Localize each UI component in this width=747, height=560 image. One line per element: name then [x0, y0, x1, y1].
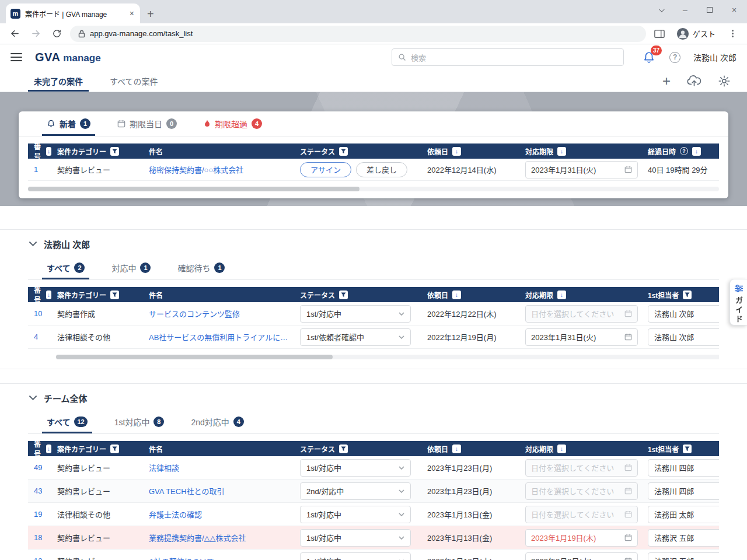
profile-chip[interactable]: ゲスト: [673, 26, 719, 41]
status-select[interactable]: 2nd/対応中: [300, 482, 411, 500]
due-date-input[interactable]: 日付を選択してください: [525, 482, 638, 500]
case-number-link[interactable]: 1: [34, 165, 38, 174]
assignee-input[interactable]: 法務山 次郎: [648, 305, 719, 323]
assignee-input[interactable]: 法務田 太郎: [648, 506, 719, 523]
status-select[interactable]: 1st/対応中: [300, 459, 411, 477]
profile-label: ゲスト: [693, 28, 715, 39]
user-menu[interactable]: 法務山 次郎: [693, 51, 736, 63]
case-title-link[interactable]: 秘密保持契約書/○○株式会社: [149, 164, 243, 175]
status-select[interactable]: 1st/対応中: [300, 552, 411, 560]
status-select[interactable]: 1st/対応中: [300, 305, 411, 323]
case-number-link[interactable]: 4: [34, 332, 38, 341]
status-select[interactable]: 1st/対応中: [300, 529, 411, 547]
sort-icon[interactable]: ↓: [452, 290, 461, 299]
assignee-input[interactable]: 法務川 四郎: [648, 482, 719, 500]
status-select[interactable]: 1st/対応中: [300, 506, 411, 523]
minimize-button[interactable]: –: [680, 5, 690, 15]
url-bar[interactable]: app.gva-manage.com/task_list: [70, 26, 646, 42]
close-button[interactable]: ×: [729, 5, 739, 15]
sort-icon[interactable]: ↓: [692, 147, 701, 156]
sort-icon[interactable]: ↓: [557, 290, 566, 299]
filter-icon[interactable]: [683, 444, 692, 453]
tab-2nd-in-progress[interactable]: 2nd対応中 4: [186, 410, 248, 433]
filter-icon[interactable]: [339, 444, 348, 453]
new-tab-button[interactable]: +: [147, 8, 154, 20]
scrollbar-thumb[interactable]: [56, 355, 333, 359]
tab-overdue[interactable]: 期限超過 4: [199, 111, 267, 136]
due-date-input[interactable]: 2023年1月31日(火): [525, 161, 638, 178]
tab-all[interactable]: すべて 12: [42, 410, 92, 433]
forward-button[interactable]: [28, 26, 43, 41]
settings-gear-icon[interactable]: [718, 75, 731, 88]
sort-icon[interactable]: ↓: [46, 444, 51, 453]
tab-awaiting-confirmation[interactable]: 確認待ち 1: [173, 256, 229, 279]
assignee-input[interactable]: 法務沢 五郎: [648, 552, 719, 560]
tab-incomplete-cases[interactable]: 未完了の案件: [28, 70, 89, 92]
filter-icon[interactable]: [110, 290, 119, 299]
case-title-link[interactable]: AB社サービスの無償利用トライアルにつ...: [149, 331, 294, 342]
app-logo[interactable]: GVA manage: [35, 51, 101, 64]
sort-icon[interactable]: ↓: [557, 147, 566, 156]
case-title-link[interactable]: A社の契約について: [149, 555, 214, 560]
case-number-link[interactable]: 13: [34, 556, 42, 560]
filter-icon[interactable]: [683, 290, 692, 299]
case-title-link[interactable]: 業務提携契約書/△△株式会社: [149, 532, 246, 543]
assignee-input[interactable]: 法務山 次郎: [648, 328, 719, 346]
sort-icon[interactable]: ↓: [452, 147, 461, 156]
sort-icon[interactable]: ↓: [452, 444, 461, 453]
browser-tab[interactable]: m 案件ボード | GVA manage ×: [6, 4, 140, 23]
due-date-input[interactable]: 2023年2月8日(水): [525, 552, 638, 560]
search-input[interactable]: 検索: [392, 48, 624, 66]
tab-all[interactable]: すべて 2: [42, 256, 89, 279]
sort-icon[interactable]: ↓: [46, 290, 51, 299]
help-icon[interactable]: ?: [680, 147, 688, 155]
due-date-input[interactable]: 日付を選択してください: [525, 459, 638, 477]
scrollbar-thumb[interactable]: [28, 187, 359, 191]
add-case-button[interactable]: +: [662, 74, 671, 88]
chevron-down-icon[interactable]: [29, 242, 37, 247]
tab-all-cases[interactable]: すべての案件: [104, 70, 163, 92]
case-number-link[interactable]: 49: [34, 463, 42, 472]
chevron-down-icon[interactable]: [656, 8, 665, 12]
case-title-link[interactable]: サービスのコンテンツ監修: [149, 308, 240, 319]
case-number-link[interactable]: 43: [34, 487, 42, 495]
hamburger-menu-icon[interactable]: [11, 53, 22, 61]
alert-card: 新着 1 期限当日 0 期限超過 4 番号↓: [19, 111, 728, 198]
maximize-button[interactable]: [705, 7, 714, 13]
case-number-link[interactable]: 19: [34, 510, 42, 519]
due-date-input[interactable]: 日付を選択してください: [525, 506, 638, 523]
tab-close-icon[interactable]: ×: [128, 9, 135, 18]
back-button[interactable]: [7, 26, 22, 41]
due-date-input[interactable]: 日付を選択してください: [525, 305, 638, 323]
case-number-link[interactable]: 18: [34, 533, 42, 542]
help-icon[interactable]: ?: [669, 52, 680, 63]
filter-icon[interactable]: [110, 444, 119, 453]
chevron-down-icon[interactable]: [29, 396, 37, 401]
send-back-button[interactable]: 差し戻し: [356, 162, 407, 177]
case-number-link[interactable]: 10: [34, 309, 42, 318]
side-panel-icon[interactable]: [652, 26, 667, 41]
case-title-link[interactable]: GVA TECH社との取引: [149, 485, 224, 496]
case-title-link[interactable]: 弁護士法の確認: [149, 509, 202, 520]
due-date-input[interactable]: 2023年1月31日(火): [525, 328, 638, 346]
menu-kebab-icon[interactable]: [725, 26, 740, 41]
tab-due-today[interactable]: 期限当日 0: [113, 111, 181, 136]
upload-cloud-icon[interactable]: [687, 75, 701, 87]
guide-button[interactable]: ガイド: [729, 279, 747, 326]
tab-in-progress[interactable]: 対応中 1: [107, 256, 155, 279]
filter-icon[interactable]: [339, 290, 348, 299]
assignee-input[interactable]: 法務川 四郎: [648, 459, 719, 477]
case-title-link[interactable]: 法律相談: [149, 462, 179, 473]
notifications-bell-icon[interactable]: 37: [641, 50, 657, 65]
filter-icon[interactable]: [110, 147, 119, 156]
assignee-input[interactable]: 法務沢 五郎: [648, 529, 719, 547]
filter-icon[interactable]: [339, 147, 348, 156]
sort-icon[interactable]: ↓: [557, 444, 566, 453]
due-date-input[interactable]: 2023年1月19日(木): [525, 529, 638, 547]
status-select[interactable]: 1st/依頼者確認中: [300, 328, 411, 346]
tab-1st-in-progress[interactable]: 1st対応中 8: [110, 410, 169, 433]
sort-icon[interactable]: ↓: [46, 147, 51, 156]
assign-button[interactable]: アサイン: [300, 162, 351, 177]
tab-new-arrivals[interactable]: 新着 1: [42, 111, 95, 136]
reload-button[interactable]: [49, 26, 64, 41]
